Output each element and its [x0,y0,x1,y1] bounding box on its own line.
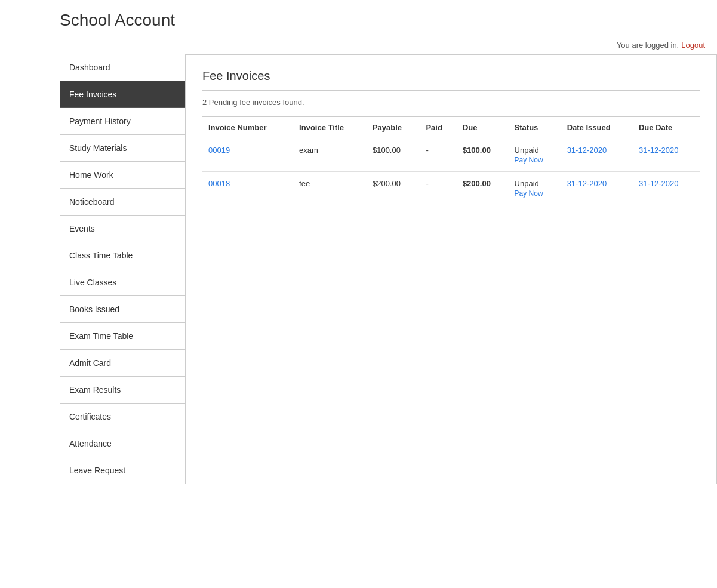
sidebar-item-exam-results[interactable]: Exam Results [60,377,185,404]
logout-link[interactable]: Logout [681,41,705,50]
sidebar-item-events[interactable]: Events [60,216,185,242]
sidebar-item-admit-card[interactable]: Admit Card [60,350,185,377]
col-header: Due [457,117,509,138]
invoice-title: exam [293,138,367,172]
sidebar-item-live-classes[interactable]: Live Classes [60,269,185,296]
sidebar-item-home-work[interactable]: Home Work [60,162,185,189]
status-badge: Unpaid [515,146,539,155]
table-header: Invoice NumberInvoice TitlePayablePaidDu… [202,117,700,138]
pay-now-link[interactable]: Pay Now [515,189,555,198]
logged-in-text: You are logged in. [617,41,679,50]
col-header: Invoice Number [202,117,293,138]
col-header: Invoice Title [293,117,367,138]
sidebar-item-certificates[interactable]: Certificates [60,404,185,430]
invoice-title: fee [293,172,367,205]
table-row: 00018fee$200.00-$200.00UnpaidPay Now31-1… [202,172,700,205]
main-content: Fee Invoices 2 Pending fee invoices foun… [185,54,717,484]
top-bar: You are logged in. Logout [0,36,717,54]
pay-now-link[interactable]: Pay Now [515,156,555,164]
invoice-due-date: 31-12-2020 [633,172,700,205]
section-title: Fee Invoices [202,69,700,91]
invoice-paid: - [420,138,456,172]
col-header: Due Date [633,117,700,138]
sidebar: DashboardFee InvoicesPayment HistoryStud… [60,54,185,484]
invoice-status: UnpaidPay Now [509,138,561,172]
sidebar-item-study-materials[interactable]: Study Materials [60,135,185,162]
pending-message: 2 Pending fee invoices found. [202,98,700,107]
invoice-date-issued: 31-12-2020 [561,172,633,205]
invoice-status: UnpaidPay Now [509,172,561,205]
sidebar-item-class-time-table[interactable]: Class Time Table [60,242,185,269]
col-header: Payable [367,117,420,138]
sidebar-item-exam-time-table[interactable]: Exam Time Table [60,323,185,350]
invoice-due-date: 31-12-2020 [633,138,700,172]
col-header: Date Issued [561,117,633,138]
invoice-paid: - [420,172,456,205]
sidebar-item-books-issued[interactable]: Books Issued [60,296,185,323]
sidebar-item-leave-request[interactable]: Leave Request [60,457,185,484]
sidebar-item-noticeboard[interactable]: Noticeboard [60,189,185,216]
status-badge: Unpaid [515,179,539,188]
invoice-date-issued: 31-12-2020 [561,138,633,172]
invoice-due: $200.00 [457,172,509,205]
table-body: 00019exam$100.00-$100.00UnpaidPay Now31-… [202,138,700,205]
invoice-due: $100.00 [457,138,509,172]
invoice-payable: $200.00 [367,172,420,205]
page-title: School Account [60,11,705,30]
invoices-table: Invoice NumberInvoice TitlePayablePaidDu… [202,116,700,205]
sidebar-item-dashboard[interactable]: Dashboard [60,54,185,81]
table-row: 00019exam$100.00-$100.00UnpaidPay Now31-… [202,138,700,172]
col-header: Paid [420,117,456,138]
invoice-payable: $100.00 [367,138,420,172]
invoice-number-link[interactable]: 00019 [208,146,230,155]
col-header: Status [509,117,561,138]
sidebar-item-fee-invoices[interactable]: Fee Invoices [60,81,185,108]
invoice-number-link[interactable]: 00018 [208,179,230,188]
sidebar-item-payment-history[interactable]: Payment History [60,108,185,135]
header-row: Invoice NumberInvoice TitlePayablePaidDu… [202,117,700,138]
sidebar-item-attendance[interactable]: Attendance [60,430,185,457]
